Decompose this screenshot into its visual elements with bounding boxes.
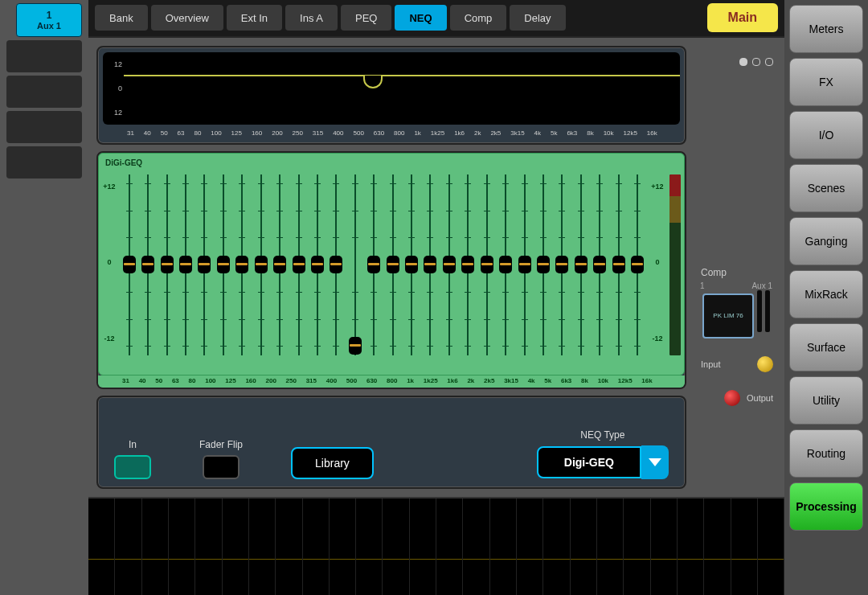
output-trim-knob[interactable]: [724, 390, 740, 406]
channel-overview-strip: [88, 497, 784, 595]
channel-slot[interactable]: [6, 111, 82, 143]
geq-band-16k[interactable]: [628, 174, 646, 355]
tab-comp[interactable]: Comp: [450, 5, 507, 31]
library-button[interactable]: Library: [291, 447, 374, 479]
response-freq-labels: 3140506380100125160200250315400500630800…: [103, 128, 680, 138]
right-nav: MetersFXI/OScenesGangingMixRackSurfaceUt…: [784, 0, 868, 595]
nav-meters[interactable]: Meters: [789, 5, 863, 53]
nav-processing[interactable]: Processing: [789, 482, 863, 531]
neq-type-value: Digi-GEQ: [537, 446, 641, 478]
geq-band-10k[interactable]: [591, 174, 609, 355]
nav-scenes[interactable]: Scenes: [789, 164, 863, 212]
in-toggle[interactable]: [114, 455, 151, 479]
geq-band-315[interactable]: [308, 174, 326, 355]
geq-band-400[interactable]: [327, 174, 346, 355]
geq-band-6k3[interactable]: [553, 174, 571, 355]
geq-band-4k[interactable]: [515, 174, 534, 355]
tab-bank[interactable]: Bank: [95, 5, 148, 31]
geq-band-2k[interactable]: [459, 174, 477, 355]
geq-band-1k25[interactable]: [421, 174, 440, 355]
channel-strip: 1 Aux 1: [0, 0, 88, 595]
processing-tabs: BankOverviewExt InIns APEQNEQCompDelay M…: [88, 0, 784, 38]
geq-band-2k5[interactable]: [477, 174, 496, 355]
channel-slot[interactable]: [6, 40, 82, 72]
geq-band-1k[interactable]: [402, 174, 420, 355]
nav-utility[interactable]: Utility: [789, 376, 863, 425]
geq-band-500[interactable]: [346, 174, 364, 355]
tab-overview[interactable]: Overview: [151, 5, 223, 31]
main-button[interactable]: Main: [707, 3, 778, 32]
nav-routing[interactable]: Routing: [789, 429, 863, 478]
chevron-down-icon: [649, 458, 661, 466]
comp-title: Comp: [701, 267, 727, 278]
geq-band-40[interactable]: [138, 174, 157, 355]
page-dots[interactable]: [739, 58, 773, 66]
geq-band-3k15[interactable]: [496, 174, 514, 355]
geq-band-8k[interactable]: [571, 174, 590, 355]
overview-side: Comp 1 Aux 1 PK LIM 76 Input Output: [696, 46, 776, 489]
nav-mixrack[interactable]: MixRack: [789, 270, 863, 318]
input-label: Input: [701, 359, 720, 369]
in-toggle-label: In: [129, 439, 137, 450]
response-y-scale: 12 0 12: [103, 52, 124, 125]
geq-panel: DiGi-GEQ +120-12 +120-12 314050638010012…: [96, 151, 686, 389]
channel-slot[interactable]: [6, 146, 82, 178]
response-panel: 12 0 12 31405063801001251602002503154005…: [96, 46, 686, 145]
nav-ganging[interactable]: Ganging: [789, 217, 863, 265]
nav-fx[interactable]: FX: [789, 58, 863, 106]
geq-scale-right: +120-12: [647, 154, 668, 375]
comp-thumbnail[interactable]: PK LIM 76: [702, 293, 754, 339]
geq-band-50[interactable]: [158, 174, 176, 355]
tab-delay[interactable]: Delay: [510, 5, 565, 31]
geq-band-1k6[interactable]: [440, 174, 458, 355]
geq-band-100[interactable]: [214, 174, 232, 355]
tab-peq[interactable]: PEQ: [341, 5, 391, 31]
geq-band-63[interactable]: [176, 174, 194, 355]
neq-type-label: NEQ Type: [580, 429, 624, 441]
output-label: Output: [747, 393, 773, 403]
nav-i-o[interactable]: I/O: [789, 111, 863, 159]
geq-band-5k[interactable]: [534, 174, 552, 355]
channel-select[interactable]: 1 Aux 1: [16, 3, 82, 37]
geq-output-meter: [669, 174, 681, 355]
geq-band-80[interactable]: [195, 174, 214, 355]
channel-name: Aux 1: [37, 21, 61, 31]
neq-type-dropdown[interactable]: [641, 445, 669, 479]
tab-ins-a[interactable]: Ins A: [285, 5, 338, 31]
geq-band-125[interactable]: [233, 174, 252, 355]
neq-controls: In Fader Flip Library NEQ Type: [96, 396, 686, 489]
geq-band-250[interactable]: [289, 174, 308, 355]
tab-neq[interactable]: NEQ: [395, 5, 446, 31]
geq-title: DiGi-GEQ: [105, 158, 142, 167]
input-trim-knob[interactable]: [757, 356, 773, 372]
geq-band-31[interactable]: [120, 174, 138, 355]
channel-number: 1: [47, 10, 52, 21]
tab-ext-in[interactable]: Ext In: [227, 5, 282, 31]
fader-flip-label: Fader Flip: [199, 439, 243, 450]
response-plot: [124, 52, 680, 125]
geq-band-630[interactable]: [364, 174, 383, 355]
geq-band-160[interactable]: [252, 174, 270, 355]
fader-flip-toggle[interactable]: [203, 455, 240, 479]
geq-scale-left: +120-12: [99, 154, 120, 375]
geq-band-12k5[interactable]: [609, 174, 628, 355]
geq-band-800[interactable]: [383, 174, 402, 355]
geq-band-200[interactable]: [270, 174, 289, 355]
channel-slot[interactable]: [6, 76, 82, 108]
nav-surface[interactable]: Surface: [789, 323, 863, 371]
